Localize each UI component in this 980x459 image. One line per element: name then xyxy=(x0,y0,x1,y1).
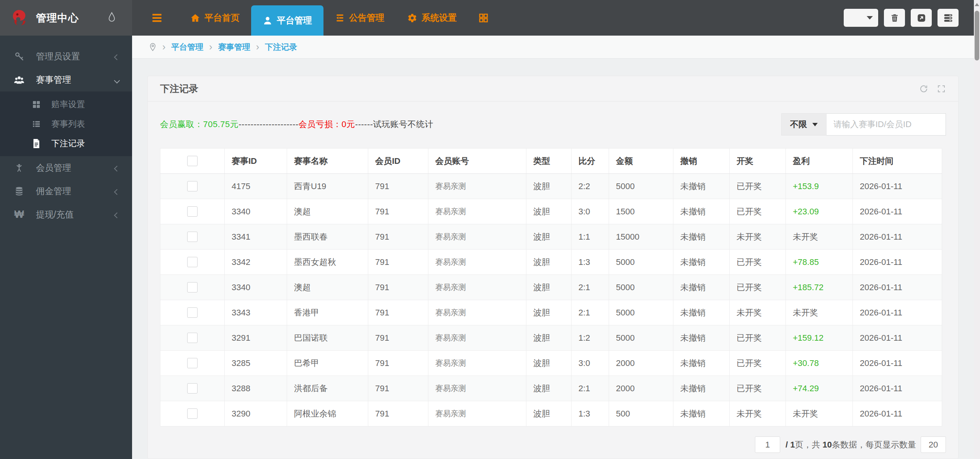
row-checkbox[interactable] xyxy=(187,232,198,242)
table-cell: 澳超 xyxy=(287,199,368,224)
table-cell xyxy=(160,325,225,351)
row-checkbox[interactable] xyxy=(187,206,198,217)
table-cell: 波胆 xyxy=(526,351,572,376)
table-cell: 1:3 xyxy=(572,250,609,275)
panel-header: 下注记录 xyxy=(148,76,958,101)
won-icon: ₩ xyxy=(12,209,26,220)
table-cell xyxy=(160,250,225,275)
select-all-checkbox[interactable] xyxy=(187,156,198,166)
header-cell: 比分 xyxy=(572,149,609,174)
search-input[interactable] xyxy=(826,113,946,136)
sidebar-item-odds-settings[interactable]: 赔率设置 xyxy=(0,95,132,114)
table-cell: +23.09 xyxy=(786,199,853,224)
breadcrumb-link-bet-records[interactable]: 下注记录 xyxy=(265,42,297,52)
table-cell: 3341 xyxy=(225,224,287,250)
table-cell: 3340 xyxy=(225,275,287,300)
droplet-icon[interactable] xyxy=(107,11,117,25)
sidebar-item-bet-records[interactable]: 下注记录 xyxy=(0,134,132,153)
breadcrumb-link-platform[interactable]: 平台管理 xyxy=(171,42,203,52)
key-icon xyxy=(12,51,26,62)
table-cell: 500 xyxy=(609,401,673,426)
refresh-icon[interactable] xyxy=(919,84,928,93)
nav-announcement-manage[interactable]: 公告管理 xyxy=(323,0,396,36)
member-win-value: 705.75元 xyxy=(203,119,239,129)
type-filter-dropdown[interactable]: 不限 xyxy=(781,113,826,136)
sidebar-item-withdraw-deposit[interactable]: ₩ 提现/充值 xyxy=(0,203,132,226)
table-cell: 巴国诺联 xyxy=(287,325,368,351)
sidebar-item-match-manage[interactable]: 赛事管理 xyxy=(0,68,132,91)
pagination: / 1页，共10条数据，每页显示数量 xyxy=(160,436,946,453)
scroll-up-arrow[interactable] xyxy=(975,3,979,6)
table-cell: 3285 xyxy=(225,351,287,376)
sidebar-item-label: 赔率设置 xyxy=(51,99,85,110)
sidebar-item-member-manage[interactable]: 会员管理 xyxy=(0,156,132,180)
table-cell: 澳超 xyxy=(287,275,368,300)
sidebar-item-label: 会员管理 xyxy=(36,162,71,174)
sidebar-item-admin-settings[interactable]: 管理员设置 xyxy=(0,45,132,68)
header-cell xyxy=(160,149,225,174)
file-icon xyxy=(31,139,42,149)
sidebar-item-match-list[interactable]: 赛事列表 xyxy=(0,114,132,134)
sidebar-item-commission-manage[interactable]: 佣金管理 xyxy=(0,180,132,203)
row-checkbox[interactable] xyxy=(187,307,198,318)
table-cell: 1:2 xyxy=(572,325,609,351)
table-cell: 波胆 xyxy=(526,275,572,300)
row-checkbox[interactable] xyxy=(187,333,198,343)
breadcrumb-link-match[interactable]: 赛事管理 xyxy=(218,42,250,52)
hamburger-icon[interactable] xyxy=(132,0,179,36)
breadcrumb-separator: › xyxy=(209,42,212,52)
table-cell: 未开奖 xyxy=(786,300,853,325)
scrollbar-thumb[interactable] xyxy=(975,11,979,60)
table-cell: 2026-01-11 xyxy=(853,250,942,275)
nav-platform-home[interactable]: 平台首页 xyxy=(179,0,251,36)
table-cell: 赛易亲测 xyxy=(428,199,526,224)
table-cell: 791 xyxy=(368,401,428,426)
table-cell: 2026-01-11 xyxy=(853,174,942,199)
gear-icon xyxy=(407,13,417,23)
header-cell: 会员ID xyxy=(368,149,428,174)
table-cell: 香港甲 xyxy=(287,300,368,325)
table-cell xyxy=(160,275,225,300)
table-cell: 洪都后备 xyxy=(287,376,368,401)
table-cell: 2026-01-11 xyxy=(853,376,942,401)
table-cell: 墨西女超秋 xyxy=(287,250,368,275)
row-checkbox[interactable] xyxy=(187,358,198,368)
topbar-dropdown[interactable] xyxy=(844,9,878,27)
records-thead: 赛事ID赛事名称会员ID会员账号类型比分金额撤销开奖盈利下注时间 xyxy=(160,149,942,174)
table-cell: 已开奖 xyxy=(730,250,786,275)
per-page-input[interactable] xyxy=(921,436,946,453)
list-icon xyxy=(31,119,42,129)
main-content: › 平台管理 › 赛事管理 › 下注记录 下注记录 会员赢取：705.75元--… xyxy=(132,36,974,459)
table-cell: 波胆 xyxy=(526,224,572,250)
server-button[interactable] xyxy=(938,9,959,27)
table-cell: 2:1 xyxy=(572,376,609,401)
table-cell: 3291 xyxy=(225,325,287,351)
row-checkbox[interactable] xyxy=(187,257,198,267)
breadcrumb: › 平台管理 › 赛事管理 › 下注记录 xyxy=(132,36,974,59)
nav-platform-manage[interactable]: 平台管理 xyxy=(251,5,323,36)
table-cell: 未撤销 xyxy=(673,224,730,250)
header-cell: 赛事名称 xyxy=(287,149,368,174)
expand-icon[interactable] xyxy=(937,84,946,93)
table-cell xyxy=(160,224,225,250)
page-number-input[interactable] xyxy=(755,436,780,453)
table-cell: 未开奖 xyxy=(730,224,786,250)
table-cell: 5000 xyxy=(609,275,673,300)
table-cell: 已开奖 xyxy=(730,199,786,224)
sidebar-item-label: 赛事管理 xyxy=(36,74,71,86)
table-cell: 赛易亲测 xyxy=(428,401,526,426)
row-checkbox[interactable] xyxy=(187,408,198,419)
trash-button[interactable] xyxy=(884,9,905,27)
table-row: 3342墨西女超秋791赛易亲测波胆1:35000未撤销已开奖+78.85202… xyxy=(160,250,942,275)
table-row: 3291巴国诺联791赛易亲测波胆1:25000未撤销已开奖+159.12202… xyxy=(160,325,942,351)
nav-system-settings[interactable]: 系统设置 xyxy=(396,0,468,36)
row-checkbox[interactable] xyxy=(187,282,198,292)
header-cell: 下注时间 xyxy=(853,149,942,174)
apps-grid-icon[interactable] xyxy=(468,0,492,36)
table-cell: 未开奖 xyxy=(730,401,786,426)
open-external-button[interactable] xyxy=(911,9,932,27)
row-checkbox[interactable] xyxy=(187,383,198,394)
row-checkbox[interactable] xyxy=(187,181,198,191)
window-scrollbar[interactable] xyxy=(974,0,980,459)
table-cell: 1:1 xyxy=(572,224,609,250)
